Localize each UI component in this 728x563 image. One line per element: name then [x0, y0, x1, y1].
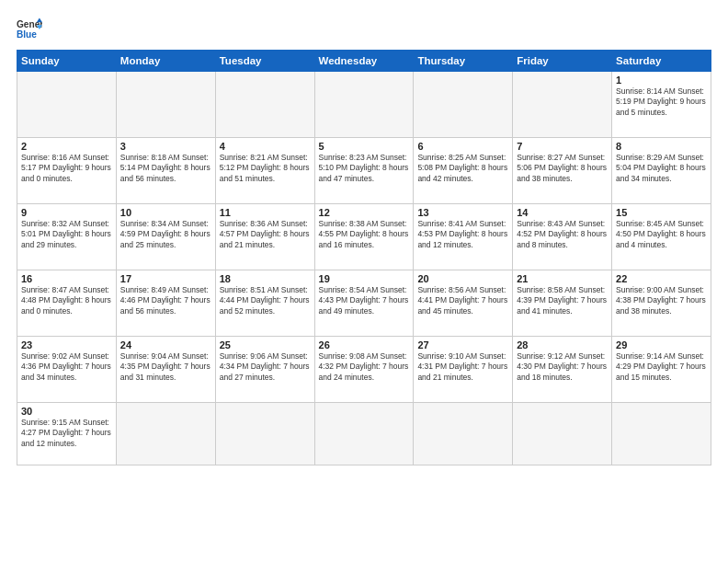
day-info: Sunrise: 8:41 AM Sunset: 4:53 PM Dayligh…: [417, 219, 508, 250]
calendar-cell: [314, 72, 414, 138]
day-number: 16: [21, 273, 112, 284]
calendar-cell: [612, 403, 711, 465]
calendar-cell: 24Sunrise: 9:04 AM Sunset: 4:35 PM Dayli…: [116, 337, 215, 403]
day-info: Sunrise: 9:06 AM Sunset: 4:34 PM Dayligh…: [220, 351, 311, 383]
calendar-cell: 15Sunrise: 8:45 AM Sunset: 4:50 PM Dayli…: [612, 204, 711, 270]
day-info: Sunrise: 8:21 AM Sunset: 5:12 PM Dayligh…: [220, 153, 311, 184]
calendar-cell: 11Sunrise: 8:36 AM Sunset: 4:57 PM Dayli…: [215, 204, 314, 270]
day-info: Sunrise: 8:58 AM Sunset: 4:39 PM Dayligh…: [517, 285, 608, 316]
day-info: Sunrise: 8:29 AM Sunset: 5:04 PM Dayligh…: [616, 153, 707, 184]
calendar-cell: [215, 403, 314, 465]
calendar-week-row: 16Sunrise: 8:47 AM Sunset: 4:48 PM Dayli…: [17, 270, 711, 337]
day-info: Sunrise: 9:08 AM Sunset: 4:32 PM Dayligh…: [319, 351, 410, 383]
day-info: Sunrise: 8:16 AM Sunset: 5:17 PM Dayligh…: [21, 153, 112, 184]
calendar-cell: 9Sunrise: 8:32 AM Sunset: 5:01 PM Daylig…: [17, 204, 117, 270]
calendar-cell: [513, 72, 612, 138]
calendar-cell: 3Sunrise: 8:18 AM Sunset: 5:14 PM Daylig…: [116, 138, 215, 204]
day-number: 15: [616, 207, 707, 218]
day-number: 13: [417, 207, 508, 218]
day-number: 12: [319, 207, 410, 218]
day-number: 7: [517, 141, 608, 152]
day-info: Sunrise: 8:43 AM Sunset: 4:52 PM Dayligh…: [517, 219, 608, 250]
calendar-week-row: 1Sunrise: 8:14 AM Sunset: 5:19 PM Daylig…: [17, 72, 711, 138]
calendar-cell: 19Sunrise: 8:54 AM Sunset: 4:43 PM Dayli…: [314, 270, 414, 337]
day-number: 17: [120, 273, 211, 284]
calendar-cell: 2Sunrise: 8:16 AM Sunset: 5:17 PM Daylig…: [17, 138, 117, 204]
day-info: Sunrise: 8:51 AM Sunset: 4:44 PM Dayligh…: [220, 285, 311, 316]
calendar-cell: [17, 72, 117, 138]
day-number: 8: [616, 141, 707, 152]
calendar-cell: 7Sunrise: 8:27 AM Sunset: 5:06 PM Daylig…: [513, 138, 612, 204]
day-number: 14: [517, 207, 608, 218]
day-info: Sunrise: 8:32 AM Sunset: 5:01 PM Dayligh…: [21, 219, 112, 250]
calendar-cell: 29Sunrise: 9:14 AM Sunset: 4:29 PM Dayli…: [612, 337, 711, 403]
day-info: Sunrise: 8:34 AM Sunset: 4:59 PM Dayligh…: [120, 219, 211, 250]
day-number: 1: [616, 75, 707, 86]
calendar-cell: 4Sunrise: 8:21 AM Sunset: 5:12 PM Daylig…: [215, 138, 314, 204]
calendar-header-row: SundayMondayTuesdayWednesdayThursdayFrid…: [17, 51, 711, 72]
calendar-cell: 26Sunrise: 9:08 AM Sunset: 4:32 PM Dayli…: [314, 337, 414, 403]
page-header: General Blue: [17, 17, 711, 42]
calendar-cell: 21Sunrise: 8:58 AM Sunset: 4:39 PM Dayli…: [513, 270, 612, 337]
calendar-cell: [314, 403, 414, 465]
calendar-cell: 25Sunrise: 9:06 AM Sunset: 4:34 PM Dayli…: [215, 337, 314, 403]
calendar-cell: 1Sunrise: 8:14 AM Sunset: 5:19 PM Daylig…: [612, 72, 711, 138]
calendar-table: SundayMondayTuesdayWednesdayThursdayFrid…: [17, 50, 711, 465]
day-number: 28: [517, 339, 608, 350]
calendar-cell: 18Sunrise: 8:51 AM Sunset: 4:44 PM Dayli…: [215, 270, 314, 337]
calendar-cell: 27Sunrise: 9:10 AM Sunset: 4:31 PM Dayli…: [414, 337, 513, 403]
day-info: Sunrise: 8:47 AM Sunset: 4:48 PM Dayligh…: [21, 285, 112, 316]
day-info: Sunrise: 9:10 AM Sunset: 4:31 PM Dayligh…: [417, 351, 508, 383]
weekday-header-thursday: Thursday: [414, 51, 513, 72]
calendar-cell: 22Sunrise: 9:00 AM Sunset: 4:38 PM Dayli…: [612, 270, 711, 337]
day-info: Sunrise: 8:54 AM Sunset: 4:43 PM Dayligh…: [319, 285, 410, 316]
calendar-cell: [116, 72, 215, 138]
day-info: Sunrise: 8:38 AM Sunset: 4:55 PM Dayligh…: [319, 219, 410, 250]
calendar-cell: 28Sunrise: 9:12 AM Sunset: 4:30 PM Dayli…: [513, 337, 612, 403]
calendar-cell: 6Sunrise: 8:25 AM Sunset: 5:08 PM Daylig…: [414, 138, 513, 204]
day-number: 20: [417, 273, 508, 284]
day-info: Sunrise: 9:00 AM Sunset: 4:38 PM Dayligh…: [616, 285, 707, 316]
calendar-cell: 17Sunrise: 8:49 AM Sunset: 4:46 PM Dayli…: [116, 270, 215, 337]
calendar-week-row: 30Sunrise: 9:15 AM Sunset: 4:27 PM Dayli…: [17, 403, 711, 465]
calendar-week-row: 9Sunrise: 8:32 AM Sunset: 5:01 PM Daylig…: [17, 204, 711, 270]
weekday-header-monday: Monday: [116, 51, 215, 72]
day-number: 4: [220, 141, 311, 152]
day-info: Sunrise: 8:25 AM Sunset: 5:08 PM Dayligh…: [417, 153, 508, 184]
day-number: 18: [220, 273, 311, 284]
calendar-cell: 20Sunrise: 8:56 AM Sunset: 4:41 PM Dayli…: [414, 270, 513, 337]
day-number: 22: [616, 273, 707, 284]
day-number: 24: [120, 339, 211, 350]
weekday-header-saturday: Saturday: [612, 51, 711, 72]
day-info: Sunrise: 8:27 AM Sunset: 5:06 PM Dayligh…: [517, 153, 608, 184]
calendar-week-row: 23Sunrise: 9:02 AM Sunset: 4:36 PM Dayli…: [17, 337, 711, 403]
calendar-cell: 10Sunrise: 8:34 AM Sunset: 4:59 PM Dayli…: [116, 204, 215, 270]
day-number: 6: [417, 141, 508, 152]
day-number: 25: [220, 339, 311, 350]
day-number: 5: [319, 141, 410, 152]
day-number: 11: [220, 207, 311, 218]
day-number: 29: [616, 339, 707, 350]
weekday-header-friday: Friday: [513, 51, 612, 72]
day-info: Sunrise: 9:12 AM Sunset: 4:30 PM Dayligh…: [517, 351, 608, 383]
day-number: 26: [319, 339, 410, 350]
day-info: Sunrise: 8:23 AM Sunset: 5:10 PM Dayligh…: [319, 153, 410, 184]
calendar-cell: 8Sunrise: 8:29 AM Sunset: 5:04 PM Daylig…: [612, 138, 711, 204]
weekday-header-sunday: Sunday: [17, 51, 117, 72]
weekday-header-tuesday: Tuesday: [215, 51, 314, 72]
calendar-cell: 5Sunrise: 8:23 AM Sunset: 5:10 PM Daylig…: [314, 138, 414, 204]
day-number: 21: [517, 273, 608, 284]
calendar-cell: [116, 403, 215, 465]
day-info: Sunrise: 8:45 AM Sunset: 4:50 PM Dayligh…: [616, 219, 707, 250]
day-number: 30: [21, 406, 112, 417]
calendar-cell: 23Sunrise: 9:02 AM Sunset: 4:36 PM Dayli…: [17, 337, 117, 403]
calendar-cell: [414, 403, 513, 465]
calendar-cell: 14Sunrise: 8:43 AM Sunset: 4:52 PM Dayli…: [513, 204, 612, 270]
calendar-cell: [215, 72, 314, 138]
day-number: 9: [21, 207, 112, 218]
day-number: 27: [417, 339, 508, 350]
day-info: Sunrise: 9:04 AM Sunset: 4:35 PM Dayligh…: [120, 351, 211, 383]
calendar-cell: 30Sunrise: 9:15 AM Sunset: 4:27 PM Dayli…: [17, 403, 117, 465]
day-number: 10: [120, 207, 211, 218]
day-info: Sunrise: 8:14 AM Sunset: 5:19 PM Dayligh…: [616, 86, 707, 118]
